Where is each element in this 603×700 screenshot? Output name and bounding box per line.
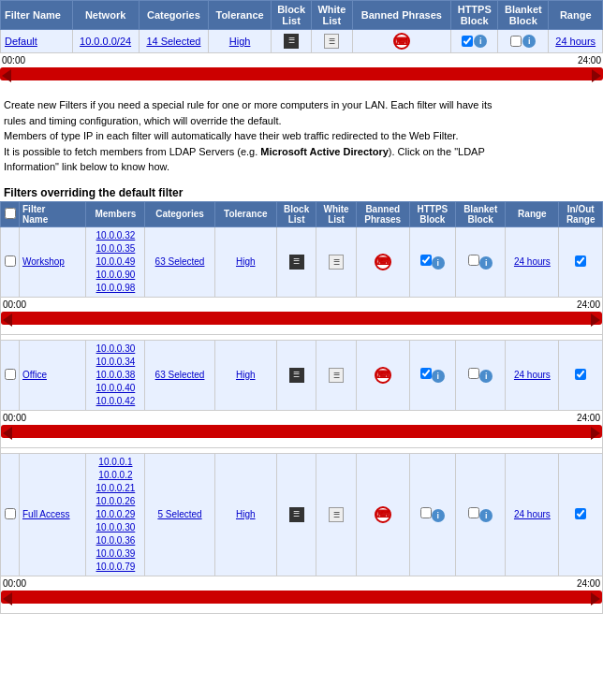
member-ip[interactable]: 10.0.0.98 — [96, 283, 136, 293]
default-timeline-labels: 00:00 24:00 — [0, 55, 603, 66]
white-list-icon[interactable]: ☰ — [329, 255, 344, 270]
filter-range-2[interactable]: 24 hours — [506, 453, 559, 576]
inout-checkbox-1[interactable] — [575, 369, 586, 380]
member-ip[interactable]: 10.0.0.90 — [96, 270, 136, 280]
filter-inout-1[interactable] — [559, 340, 603, 410]
member-ip[interactable]: 10.0.0.26 — [96, 496, 136, 506]
filter-banned-phrases-1[interactable]: ⌨ — [356, 340, 409, 410]
row-checkbox-cell-0[interactable] — [1, 226, 20, 297]
default-blanket-block[interactable]: i — [498, 30, 549, 53]
default-range[interactable]: 24 hours — [549, 30, 603, 53]
blanket-info-icon-0[interactable]: i — [479, 256, 493, 270]
filter-categories-2[interactable]: 5 Selected — [145, 453, 214, 576]
white-list-icon[interactable]: ☰ — [329, 507, 344, 522]
filter-block-list-1[interactable]: ☰ — [276, 340, 316, 410]
https-info-icon-1[interactable]: i — [432, 370, 445, 383]
filter-block-list-0[interactable]: ☰ — [276, 226, 316, 297]
member-ip[interactable]: 10.0.0.49 — [96, 256, 136, 267]
filter-tolerance-2[interactable]: High — [214, 453, 276, 576]
blanket-info-icon-1[interactable]: i — [479, 370, 493, 383]
https-info-icon[interactable]: i — [474, 35, 487, 48]
blanket-checkbox[interactable] — [510, 36, 522, 47]
filter-name-1[interactable]: Office — [20, 340, 86, 410]
member-ip[interactable]: 10.0.0.34 — [96, 357, 136, 367]
blanket-info-icon[interactable]: i — [522, 35, 536, 48]
block-list-icon[interactable]: ☰ — [289, 255, 304, 270]
default-network[interactable]: 10.0.0.0/24 — [72, 30, 139, 53]
inout-checkbox-2[interactable] — [575, 508, 586, 519]
blanket-info-icon-2[interactable]: i — [479, 509, 493, 522]
https-info-icon-2[interactable]: i — [432, 509, 445, 522]
filter-https-block-0[interactable]: i — [409, 226, 455, 297]
block-list-icon[interactable]: ☰ — [289, 507, 304, 522]
filter-white-list-1[interactable]: ☰ — [316, 340, 356, 410]
https-checkbox-0[interactable] — [420, 255, 432, 266]
member-ip[interactable]: 10.0.0.32 — [96, 230, 136, 241]
blanket-checkbox-0[interactable] — [468, 255, 479, 266]
member-ip[interactable]: 10.0.0.42 — [96, 396, 136, 406]
filter-name-0[interactable]: Workshop — [20, 226, 86, 297]
filter-tolerance-1[interactable]: High — [214, 340, 276, 410]
filter-https-block-1[interactable]: i — [409, 340, 455, 410]
row-checkbox-1[interactable] — [5, 369, 16, 380]
member-ip[interactable]: 10.0.0.39 — [96, 548, 136, 559]
filter-range-1[interactable]: 24 hours — [506, 340, 559, 410]
default-https-block[interactable]: i — [451, 30, 498, 53]
member-ip[interactable]: 10.0.0.35 — [96, 243, 136, 254]
blanket-checkbox-1[interactable] — [468, 368, 479, 379]
member-ip[interactable]: 10.0.0.30 — [96, 522, 136, 532]
member-ip[interactable]: 10.0.0.40 — [96, 383, 136, 393]
filter-banned-phrases-0[interactable]: ⌨ — [356, 226, 409, 297]
https-checkbox[interactable] — [462, 36, 473, 47]
white-list-icon[interactable]: ☰ — [329, 368, 344, 383]
member-ip[interactable]: 10.0.0.21 — [96, 483, 136, 493]
https-info-icon-0[interactable]: i — [432, 256, 445, 270]
default-banned-phrases[interactable]: ⌨ — [352, 30, 451, 53]
row-checkbox-0[interactable] — [5, 255, 16, 267]
filter-categories-1[interactable]: 63 Selected — [145, 340, 214, 410]
member-ip[interactable]: 10.0.0.30 — [96, 343, 136, 354]
col-select-all[interactable] — [1, 201, 20, 226]
filter-blanket-block-0[interactable]: i — [455, 226, 505, 297]
filter-tolerance-0[interactable]: High — [214, 226, 276, 297]
filter-categories-0[interactable]: 63 Selected — [145, 226, 214, 297]
banned-phrases-icon[interactable]: ⌨ — [375, 367, 391, 384]
row-checkbox-cell-2[interactable] — [1, 453, 20, 576]
white-list-icon[interactable]: ☰ — [324, 34, 339, 49]
https-checkbox-1[interactable] — [420, 368, 432, 379]
filter-range-0[interactable]: 24 hours — [506, 226, 559, 297]
filter-white-list-2[interactable]: ☰ — [316, 453, 356, 576]
filter-banned-phrases-2[interactable]: ⌨ — [356, 453, 409, 576]
inout-checkbox-0[interactable] — [575, 255, 586, 267]
filter-https-block-2[interactable]: i — [409, 453, 455, 576]
row-checkbox-cell-1[interactable] — [1, 340, 20, 410]
block-list-icon[interactable]: ☰ — [284, 34, 299, 49]
filter-inout-2[interactable] — [559, 453, 603, 576]
member-ip[interactable]: 10.0.0.29 — [96, 509, 136, 519]
banned-phrases-icon[interactable]: ⌨ — [393, 33, 410, 50]
default-categories[interactable]: 14 Selected — [139, 30, 209, 53]
banned-phrases-icon[interactable]: ⌨ — [375, 254, 391, 270]
https-checkbox-2[interactable] — [420, 507, 432, 518]
member-ip[interactable]: 10.0.0.79 — [96, 561, 136, 572]
filter-blanket-block-2[interactable]: i — [455, 453, 505, 576]
member-ip[interactable]: 10.0.0.2 — [98, 470, 132, 480]
filter-block-list-2[interactable]: ☰ — [276, 453, 316, 576]
banned-phrases-icon[interactable]: ⌨ — [375, 506, 391, 523]
default-tolerance[interactable]: High — [209, 30, 272, 53]
select-all-checkbox[interactable] — [5, 208, 16, 219]
blanket-checkbox-2[interactable] — [468, 507, 479, 518]
member-ip[interactable]: 10.0.0.36 — [96, 535, 136, 546]
default-filter-name[interactable]: Default — [1, 30, 73, 53]
filter-white-list-0[interactable]: ☰ — [316, 226, 356, 297]
filter-name-2[interactable]: Full Access — [20, 453, 86, 576]
timeline-cell-0: 00:00 24:00 — [1, 297, 603, 334]
member-ip[interactable]: 10.0.0.1 — [98, 457, 132, 467]
filter-inout-0[interactable] — [559, 226, 603, 297]
block-list-icon[interactable]: ☰ — [289, 368, 304, 383]
row-checkbox-2[interactable] — [5, 508, 16, 519]
member-ip[interactable]: 10.0.0.38 — [96, 370, 136, 380]
default-block-list[interactable]: ☰ — [271, 30, 311, 53]
default-white-list[interactable]: ☰ — [312, 30, 352, 53]
filter-blanket-block-1[interactable]: i — [455, 340, 505, 410]
